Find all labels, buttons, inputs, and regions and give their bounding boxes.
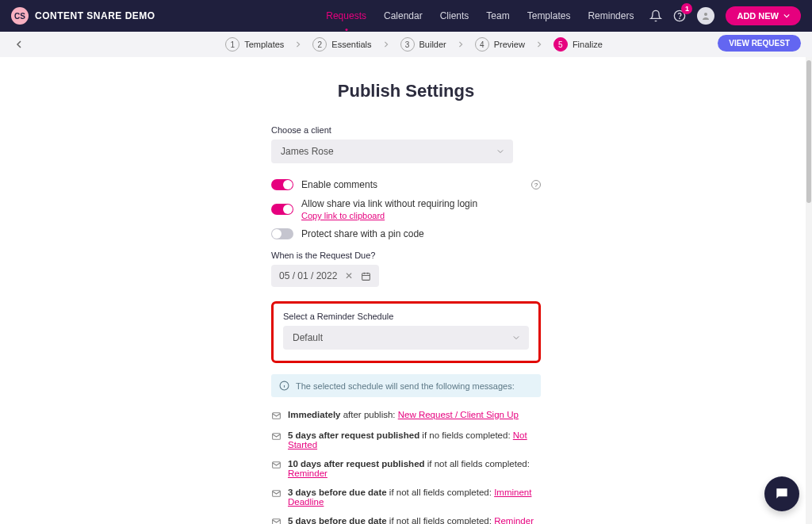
stepper: 1Templates 2Essentials 3Builder 4Preview… (225, 37, 603, 52)
schedule-item: 10 days after request published if not a… (271, 459, 541, 478)
client-value: James Rose (281, 146, 334, 157)
add-new-button[interactable]: ADD NEW (726, 6, 801, 25)
svg-point-1 (680, 18, 680, 19)
toggle-sharelink-label: Allow share via link without requiring l… (301, 198, 541, 220)
chevron-down-icon (783, 13, 790, 19)
envelope-icon (271, 488, 282, 499)
step-templates[interactable]: 1Templates (225, 37, 284, 52)
step-builder[interactable]: 3Builder (400, 37, 446, 52)
nav-reminders[interactable]: Reminders (588, 10, 634, 21)
page-title: Publish Settings (338, 81, 474, 101)
reminder-value: Default (293, 332, 323, 343)
due-label: When is the Request Due? (271, 251, 541, 260)
reminder-label: Select a Reminder Schedule (283, 312, 529, 321)
schedule-link[interactable]: New Request / Client Sign Up (398, 410, 519, 419)
client-label: Choose a client (271, 125, 541, 135)
toggle-sharelink[interactable] (271, 204, 293, 215)
toggle-sharelink-row: Allow share via link without requiring l… (271, 198, 541, 220)
due-date-value: 05 / 01 / 2022 (279, 270, 337, 281)
toggle-pin-row: Protect share with a pin code (271, 228, 541, 239)
brand[interactable]: CS CONTENT SNARE DEMO (11, 7, 155, 25)
chat-widget[interactable] (764, 476, 799, 511)
nav-requests[interactable]: Requests (326, 10, 366, 21)
due-date-input[interactable]: 05 / 01 / 2022 ✕ (271, 265, 379, 287)
svg-rect-9 (273, 519, 281, 524)
chevron-down-icon (497, 148, 504, 155)
svg-rect-3 (362, 273, 370, 280)
toggle-comments-row: Enable comments ? (271, 179, 541, 190)
schedule-link[interactable]: Reminder (288, 469, 327, 478)
calendar-icon[interactable] (361, 271, 371, 281)
toggle-pin[interactable] (271, 228, 293, 239)
schedule-info-banner: The selected schedule will send the foll… (271, 374, 541, 397)
schedule-item: Immediately after publish: New Request /… (271, 410, 541, 421)
schedule-item: 3 days before due date if not all fields… (271, 488, 541, 507)
step-preview[interactable]: 4Preview (475, 37, 525, 52)
brand-name: CONTENT SNARE DEMO (35, 10, 155, 21)
scrollbar[interactable] (806, 57, 812, 524)
add-new-label: ADD NEW (737, 11, 779, 21)
toggle-pin-label: Protect share with a pin code (301, 228, 541, 239)
help-badge: 1 (681, 3, 692, 14)
nav-icons: 1 ADD NEW (649, 6, 801, 25)
schedule-link[interactable]: Reminder (494, 516, 534, 524)
schedule-info-text: The selected schedule will send the foll… (296, 381, 515, 391)
chevron-right-icon (536, 41, 542, 48)
reminder-select[interactable]: Default (283, 326, 529, 350)
brand-badge: CS (11, 7, 29, 25)
chevron-right-icon (295, 41, 301, 48)
copy-link[interactable]: Copy link to clipboard (301, 211, 541, 220)
bell-icon[interactable] (649, 10, 662, 22)
step-finalize[interactable]: 5Finalize (553, 37, 603, 52)
envelope-icon (271, 460, 282, 470)
client-select[interactable]: James Rose (271, 140, 513, 163)
schedule-item: 5 days after request published if no fie… (271, 430, 541, 449)
chevron-left-icon (15, 40, 23, 48)
toggle-comments-label: Enable comments (301, 179, 523, 190)
reminder-highlight: Select a Reminder Schedule Default (271, 301, 541, 363)
nav-calendar[interactable]: Calendar (384, 10, 423, 21)
top-nav: CS CONTENT SNARE DEMO Requests Calendar … (0, 0, 812, 32)
toggle-comments[interactable] (271, 179, 293, 190)
help-tooltip-icon[interactable]: ? (531, 180, 541, 189)
chevron-down-icon (513, 335, 519, 341)
nav-links: Requests Calendar Clients Team Templates… (326, 10, 634, 21)
back-arrow[interactable] (11, 36, 27, 52)
schedule-item: 5 days before due date if not all fields… (271, 516, 541, 524)
info-icon (279, 381, 289, 391)
svg-point-2 (704, 13, 707, 16)
help-icon[interactable]: 1 (673, 10, 686, 22)
envelope-icon (271, 431, 282, 442)
schedule-list: Immediately after publish: New Request /… (271, 410, 541, 524)
stepper-bar: 1Templates 2Essentials 3Builder 4Preview… (0, 32, 812, 57)
chevron-right-icon (383, 41, 389, 48)
envelope-icon (271, 411, 282, 421)
nav-clients[interactable]: Clients (440, 10, 469, 21)
nav-templates[interactable]: Templates (527, 10, 571, 21)
view-request-button[interactable]: VIEW REQUEST (718, 35, 801, 52)
chevron-right-icon (458, 41, 464, 48)
nav-team[interactable]: Team (486, 10, 509, 21)
envelope-icon (271, 517, 282, 524)
step-essentials[interactable]: 2Essentials (312, 37, 371, 52)
avatar[interactable] (697, 7, 714, 25)
form-area: Choose a client James Rose Enable commen… (271, 125, 541, 363)
clear-date-icon[interactable]: ✕ (345, 270, 353, 281)
main-content: Publish Settings Choose a client James R… (0, 57, 812, 524)
chat-icon (774, 486, 790, 502)
